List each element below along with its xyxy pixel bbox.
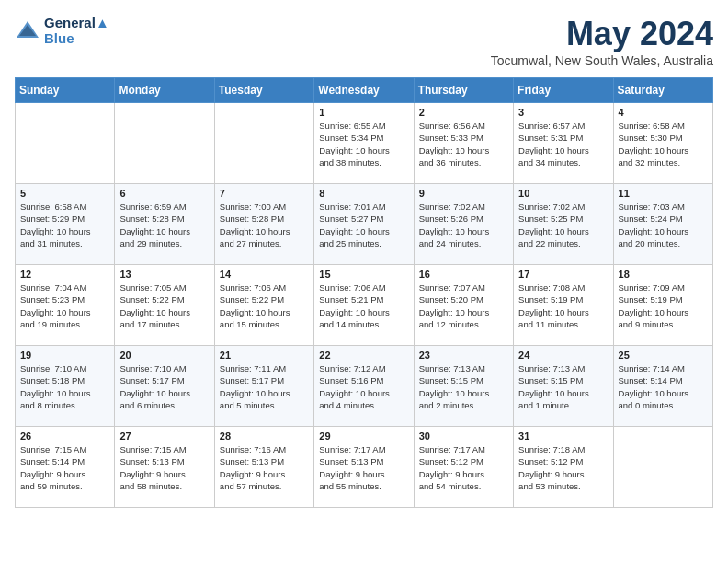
day-info: Sunrise: 7:02 AM Sunset: 5:26 PM Dayligh… [419, 201, 508, 249]
calendar-cell: 27Sunrise: 7:15 AM Sunset: 5:13 PM Dayli… [115, 427, 214, 508]
day-number: 5 [20, 188, 109, 199]
day-number: 6 [119, 188, 209, 199]
calendar-cell: 31Sunrise: 7:18 AM Sunset: 5:12 PM Dayli… [514, 427, 613, 508]
calendar-cell: 20Sunrise: 7:10 AM Sunset: 5:17 PM Dayli… [115, 346, 214, 427]
day-info: Sunrise: 7:03 AM Sunset: 5:24 PM Dayligh… [619, 201, 708, 249]
calendar-cell: 14Sunrise: 7:06 AM Sunset: 5:22 PM Dayli… [214, 265, 313, 346]
day-info: Sunrise: 7:18 AM Sunset: 5:12 PM Dayligh… [518, 443, 608, 492]
day-number: 13 [119, 269, 209, 280]
weekday-header: Thursday [414, 78, 513, 103]
month-title: May 2024 [491, 15, 713, 53]
calendar-cell: 23Sunrise: 7:13 AM Sunset: 5:15 PM Dayli… [414, 346, 513, 427]
logo-text: General▲ Blue [44, 15, 109, 46]
day-info: Sunrise: 7:16 AM Sunset: 5:13 PM Dayligh… [220, 443, 309, 492]
calendar-cell: 24Sunrise: 7:13 AM Sunset: 5:15 PM Dayli… [514, 346, 613, 427]
calendar-cell: 2Sunrise: 6:56 AM Sunset: 5:33 PM Daylig… [414, 103, 513, 184]
calendar-cell: 29Sunrise: 7:17 AM Sunset: 5:13 PM Dayli… [314, 427, 414, 508]
calendar-week-row: 12Sunrise: 7:04 AM Sunset: 5:23 PM Dayli… [16, 265, 713, 346]
day-number: 1 [319, 107, 408, 118]
calendar-table: SundayMondayTuesdayWednesdayThursdayFrid… [15, 77, 713, 508]
weekday-header: Tuesday [214, 78, 313, 103]
day-info: Sunrise: 7:07 AM Sunset: 5:20 PM Dayligh… [419, 282, 508, 330]
day-info: Sunrise: 7:15 AM Sunset: 5:13 PM Dayligh… [119, 443, 209, 492]
calendar-cell [16, 103, 115, 184]
day-info: Sunrise: 7:13 AM Sunset: 5:15 PM Dayligh… [419, 362, 508, 411]
day-number: 25 [619, 350, 708, 361]
calendar-cell: 15Sunrise: 7:06 AM Sunset: 5:21 PM Dayli… [314, 265, 414, 346]
title-block: May 2024 Tocumwal, New South Wales, Aust… [491, 15, 713, 68]
calendar-cell: 18Sunrise: 7:09 AM Sunset: 5:19 PM Dayli… [613, 265, 712, 346]
calendar-cell: 1Sunrise: 6:55 AM Sunset: 5:34 PM Daylig… [314, 103, 414, 184]
calendar-cell: 22Sunrise: 7:12 AM Sunset: 5:16 PM Dayli… [314, 346, 414, 427]
logo-icon [15, 17, 40, 43]
day-info: Sunrise: 7:13 AM Sunset: 5:15 PM Dayligh… [518, 362, 608, 411]
day-number: 23 [419, 350, 508, 361]
day-info: Sunrise: 7:10 AM Sunset: 5:17 PM Dayligh… [119, 362, 209, 411]
calendar-cell: 7Sunrise: 7:00 AM Sunset: 5:28 PM Daylig… [214, 184, 313, 265]
day-number: 29 [319, 431, 408, 442]
calendar-cell: 16Sunrise: 7:07 AM Sunset: 5:20 PM Dayli… [414, 265, 513, 346]
day-number: 22 [319, 350, 408, 361]
calendar-cell: 26Sunrise: 7:15 AM Sunset: 5:14 PM Dayli… [16, 427, 115, 508]
calendar-cell [115, 103, 214, 184]
weekday-header: Monday [115, 78, 214, 103]
calendar-cell [613, 427, 712, 508]
weekday-header-row: SundayMondayTuesdayWednesdayThursdayFrid… [16, 78, 713, 103]
day-number: 8 [319, 188, 408, 199]
day-number: 24 [518, 350, 608, 361]
calendar-cell: 13Sunrise: 7:05 AM Sunset: 5:22 PM Dayli… [115, 265, 214, 346]
day-info: Sunrise: 7:04 AM Sunset: 5:23 PM Dayligh… [20, 282, 109, 330]
day-number: 20 [119, 350, 209, 361]
day-number: 10 [518, 188, 608, 199]
day-info: Sunrise: 7:06 AM Sunset: 5:22 PM Dayligh… [220, 282, 309, 330]
day-info: Sunrise: 7:06 AM Sunset: 5:21 PM Dayligh… [319, 282, 408, 330]
day-info: Sunrise: 6:58 AM Sunset: 5:30 PM Dayligh… [619, 120, 708, 168]
day-info: Sunrise: 6:55 AM Sunset: 5:34 PM Dayligh… [319, 120, 408, 168]
calendar-cell: 21Sunrise: 7:11 AM Sunset: 5:17 PM Dayli… [214, 346, 313, 427]
day-info: Sunrise: 7:00 AM Sunset: 5:28 PM Dayligh… [220, 201, 309, 249]
day-info: Sunrise: 6:57 AM Sunset: 5:31 PM Dayligh… [518, 120, 608, 168]
day-info: Sunrise: 6:56 AM Sunset: 5:33 PM Dayligh… [419, 120, 508, 168]
day-number: 27 [119, 431, 209, 442]
day-number: 30 [419, 431, 508, 442]
weekday-header: Sunday [16, 78, 115, 103]
calendar-week-row: 5Sunrise: 6:58 AM Sunset: 5:29 PM Daylig… [16, 184, 713, 265]
calendar-cell: 30Sunrise: 7:17 AM Sunset: 5:12 PM Dayli… [414, 427, 513, 508]
calendar-cell: 11Sunrise: 7:03 AM Sunset: 5:24 PM Dayli… [613, 184, 712, 265]
calendar-cell: 10Sunrise: 7:02 AM Sunset: 5:25 PM Dayli… [514, 184, 613, 265]
day-info: Sunrise: 7:08 AM Sunset: 5:19 PM Dayligh… [518, 282, 608, 330]
day-number: 17 [518, 269, 608, 280]
day-number: 21 [220, 350, 309, 361]
calendar-cell: 19Sunrise: 7:10 AM Sunset: 5:18 PM Dayli… [16, 346, 115, 427]
day-info: Sunrise: 7:01 AM Sunset: 5:27 PM Dayligh… [319, 201, 408, 249]
day-number: 12 [20, 269, 109, 280]
day-number: 4 [619, 107, 708, 118]
day-info: Sunrise: 7:09 AM Sunset: 5:19 PM Dayligh… [619, 282, 708, 330]
day-number: 19 [20, 350, 109, 361]
calendar-cell: 9Sunrise: 7:02 AM Sunset: 5:26 PM Daylig… [414, 184, 513, 265]
location-title: Tocumwal, New South Wales, Australia [491, 53, 713, 68]
day-number: 9 [419, 188, 508, 199]
day-info: Sunrise: 7:02 AM Sunset: 5:25 PM Dayligh… [518, 201, 608, 249]
day-number: 31 [518, 431, 608, 442]
calendar-cell: 6Sunrise: 6:59 AM Sunset: 5:28 PM Daylig… [115, 184, 214, 265]
day-info: Sunrise: 6:59 AM Sunset: 5:28 PM Dayligh… [119, 201, 209, 249]
logo: General▲ Blue [15, 15, 109, 46]
weekday-header: Wednesday [314, 78, 414, 103]
calendar-cell: 4Sunrise: 6:58 AM Sunset: 5:30 PM Daylig… [613, 103, 712, 184]
day-number: 11 [619, 188, 708, 199]
day-number: 14 [220, 269, 309, 280]
day-number: 18 [619, 269, 708, 280]
calendar-cell [214, 103, 313, 184]
weekday-header: Friday [514, 78, 613, 103]
weekday-header: Saturday [613, 78, 712, 103]
calendar-cell: 17Sunrise: 7:08 AM Sunset: 5:19 PM Dayli… [514, 265, 613, 346]
day-number: 28 [220, 431, 309, 442]
day-info: Sunrise: 7:14 AM Sunset: 5:14 PM Dayligh… [619, 362, 708, 411]
calendar-cell: 3Sunrise: 6:57 AM Sunset: 5:31 PM Daylig… [514, 103, 613, 184]
calendar-week-row: 19Sunrise: 7:10 AM Sunset: 5:18 PM Dayli… [16, 346, 713, 427]
day-number: 3 [518, 107, 608, 118]
day-number: 7 [220, 188, 309, 199]
day-info: Sunrise: 7:17 AM Sunset: 5:12 PM Dayligh… [419, 443, 508, 492]
day-info: Sunrise: 7:10 AM Sunset: 5:18 PM Dayligh… [20, 362, 109, 411]
